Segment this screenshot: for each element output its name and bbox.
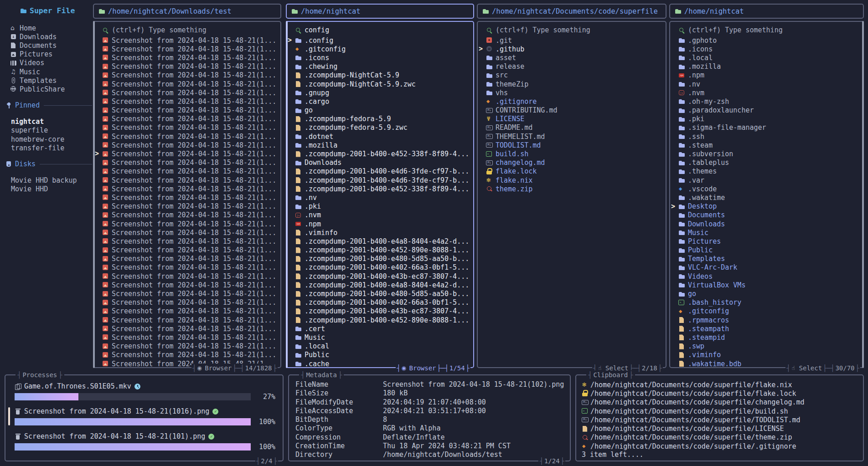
file-row[interactable]: Screenshot from 2024-04-18 15-48-21(1... (102, 316, 277, 324)
file-row[interactable]: Screenshot from 2024-04-18 15-48-21(1... (102, 97, 277, 106)
panel-4-path-bar[interactable]: /home/nightcat (669, 4, 864, 19)
file-row[interactable]: .viminfo (678, 351, 859, 359)
file-row[interactable]: Screenshot from 2024-04-18 15-48-21(1... (102, 141, 277, 149)
process-item[interactable]: Screenshot from 2024-04-18 15-48-21(101)… (15, 432, 275, 451)
file-row[interactable]: .zcompdump-2001-b400-e43b-ec87-3807-4... (295, 307, 470, 316)
file-row[interactable]: Screenshot from 2024-04-18 15-48-21(1... (102, 62, 277, 71)
file-row[interactable]: Screenshot from 2024-04-18 15-48-21(1... (102, 167, 277, 176)
file-row[interactable]: .zcompdump-2001-b400-e452-890e-8088-1... (295, 316, 470, 324)
sidebar-item[interactable]: Downloads (5, 32, 92, 41)
file-row[interactable]: flake.lock (486, 167, 662, 176)
pinned-item[interactable]: nightcat (5, 118, 92, 126)
file-row[interactable]: Screenshot from 2024-04-18 15-48-21(1... (102, 324, 277, 333)
file-row[interactable]: Screenshot from 2024-04-18 15-48-21(1... (102, 45, 277, 53)
file-row[interactable]: .zcompdump-fedora-5.9.zwc (295, 123, 470, 132)
file-row[interactable]: .cargo (295, 97, 470, 106)
file-row[interactable]: .steam (678, 141, 859, 149)
file-row[interactable]: .gnupg (295, 88, 470, 97)
file-row[interactable]: Pictures (678, 237, 859, 246)
file-row[interactable]: .gphoto (678, 36, 859, 45)
file-row[interactable]: .nv (678, 80, 859, 88)
file-row[interactable]: .dotnet (295, 132, 470, 141)
file-row[interactable]: .zcompdump-2001-b400-e4a8-8404-e4a2-d... (295, 237, 470, 246)
file-row[interactable]: Desktop (678, 202, 859, 211)
file-row[interactable]: Screenshot from 2024-04-18 15-48-21(1... (102, 211, 277, 220)
file-row[interactable]: .steampid (678, 333, 859, 342)
file-row[interactable]: Screenshot from 2024-04-18 15-48-21(1... (102, 298, 277, 307)
file-row[interactable]: .oh-my-zsh (678, 97, 859, 106)
panel-4-search-bar[interactable]: (ctrl+f) Type something (678, 25, 859, 35)
panel-2-search-bar[interactable]: config (295, 25, 470, 35)
file-row[interactable]: Screenshot from 2024-04-18 15-48-21(1... (102, 246, 277, 255)
file-row[interactable]: Screenshot from 2024-04-18 15-48-21(1... (102, 307, 277, 316)
file-row[interactable]: Screenshot from 2024-04-18 15-48-21(1... (102, 342, 277, 351)
file-row[interactable]: Screenshot from 2024-04-18 15-48-21(1... (102, 289, 277, 298)
file-row[interactable]: Downloads (295, 159, 470, 167)
panel-3-path-bar[interactable]: /home/nightcat/Documents/code/superfile (477, 4, 666, 19)
file-row[interactable]: .npm (678, 71, 859, 80)
sidebar-item[interactable]: PublicShare (5, 85, 92, 93)
file-row[interactable]: .ssh (678, 132, 859, 141)
panel-2-path-bar[interactable]: /home/nightcat (286, 4, 474, 19)
file-row[interactable]: .nvm (678, 88, 859, 97)
file-row[interactable]: .zcompdump-2001-b400-e452-890e-8088-1... (295, 246, 470, 255)
file-row[interactable]: .viminfo (295, 228, 470, 237)
file-row[interactable]: .git (486, 36, 662, 45)
file-row[interactable]: Screenshot from 2024-04-18 15-48-21(1... (102, 132, 277, 141)
file-row[interactable]: Screenshot from 2024-04-18 15-48-21(1... (102, 53, 277, 62)
file-row[interactable]: themeZip (486, 80, 662, 88)
file-row[interactable]: .zcompdump-2001-b400-e480-5d85-aa50-b... (295, 289, 470, 298)
file-row[interactable]: .local (678, 53, 859, 62)
file-row[interactable]: asset (486, 53, 662, 62)
file-row[interactable]: THEMELIST.md (486, 132, 662, 141)
disk-item[interactable]: Movie HHD (5, 185, 92, 194)
panel-3-file-list[interactable]: (ctrl+f) Type something .git .github ass… (477, 21, 666, 368)
file-row[interactable]: flake.nix (486, 176, 662, 184)
file-row[interactable]: Screenshot from 2024-04-18 15-48-21(1... (102, 333, 277, 342)
file-row[interactable]: Documents (678, 211, 859, 220)
file-row[interactable]: Screenshot from 2024-04-18 15-48-21(1... (102, 237, 277, 246)
file-row[interactable]: Screenshot from 2024-04-18 15-48-21(1... (102, 228, 277, 237)
file-row[interactable]: .zcompdump-2001-b400-e4a8-8404-e4a2-d... (295, 281, 470, 289)
file-row[interactable]: .zcompdump-2001-b400-e4d6-3fde-cf97-b... (295, 176, 470, 184)
pinned-item[interactable]: homebrew-core (5, 135, 92, 143)
file-row[interactable]: .cert (295, 324, 470, 333)
file-row[interactable]: .themes (678, 167, 859, 176)
file-row[interactable]: Templates (678, 255, 859, 263)
file-row[interactable]: Screenshot from 2024-04-18 15-48-21(1... (102, 149, 277, 158)
process-item[interactable]: Screenshot from 2024-04-18 15-48-21(1016… (15, 407, 275, 426)
file-row[interactable]: .gitignore (486, 97, 662, 106)
file-row[interactable]: Music (678, 228, 859, 237)
file-row[interactable]: theme.zip (486, 184, 662, 193)
file-row[interactable]: .steampath (678, 324, 859, 333)
file-row[interactable]: .subversion (678, 149, 859, 158)
file-row[interactable]: .pki (295, 202, 470, 211)
file-row[interactable]: Screenshot from 2024-04-18 15-48-21(1... (102, 159, 277, 167)
file-row[interactable]: Screenshot from 2024-04-18 15-48-21(1... (102, 106, 277, 115)
file-row[interactable]: .tableplus (678, 159, 859, 167)
file-row[interactable]: Screenshot from 2024-04-18 15-48-21(1... (102, 351, 277, 359)
panel-3-search-bar[interactable]: (ctrl+f) Type something (486, 25, 662, 35)
file-row[interactable]: .paradoxlauncher (678, 106, 859, 115)
sidebar-item[interactable]: Documents (5, 41, 92, 50)
file-row[interactable]: .zcompdump-2001-b400-e43b-ec87-3807-4... (295, 272, 470, 281)
file-row[interactable]: src (486, 71, 662, 80)
file-row[interactable]: .icons (678, 45, 859, 53)
pinned-item[interactable]: transfer-file (5, 143, 92, 152)
sidebar-item[interactable]: Pictures (5, 50, 92, 59)
file-row[interactable]: .sigma-file-manager (678, 123, 859, 132)
file-row[interactable]: .npm (295, 220, 470, 228)
file-row[interactable]: Screenshot from 2024-04-18 15-48-21(1... (102, 36, 277, 45)
file-row[interactable]: go (295, 106, 470, 115)
file-row[interactable]: TODOLIST.md (486, 141, 662, 149)
file-row[interactable]: Screenshot from 2024-04-18 15-48-21(1... (102, 220, 277, 228)
file-row[interactable]: .zcompdump-NightCat-5.9.zwc (295, 80, 470, 88)
file-row[interactable]: Screenshot from 2024-04-18 15-48-21(1... (102, 176, 277, 184)
file-row[interactable]: Videos (678, 272, 859, 281)
file-row[interactable]: .rpmmacros (678, 316, 859, 324)
file-row[interactable]: .gitconfig (295, 45, 470, 53)
pinned-item[interactable]: superfile (5, 126, 92, 135)
panel-1-file-list[interactable]: (ctrl+f) Type something Screenshot from … (93, 21, 281, 368)
file-row[interactable]: VirtualBox VMs (678, 281, 859, 289)
file-row[interactable]: .github (486, 45, 662, 53)
